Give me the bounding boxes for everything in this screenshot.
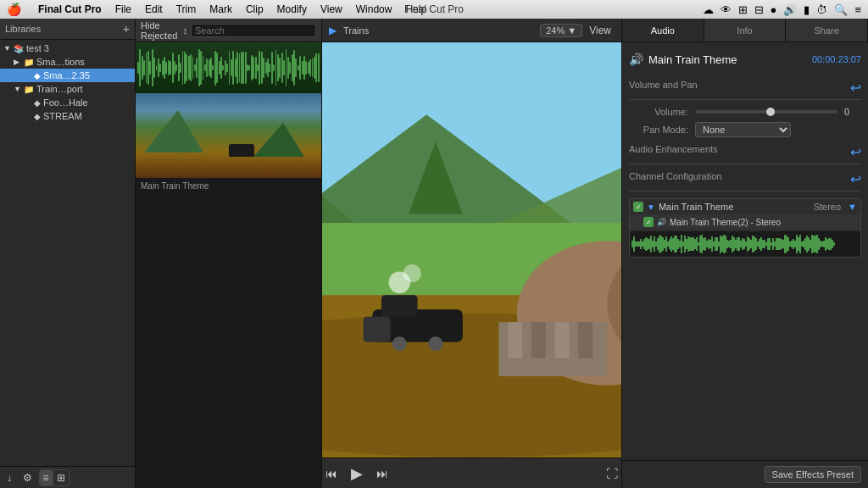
menu-trim[interactable]: Trim xyxy=(176,3,197,15)
waveform-bar xyxy=(232,51,234,85)
waveform-bar xyxy=(170,61,171,75)
thumbnail-label: Main Train Theme xyxy=(136,178,321,194)
channel-type-1: Stereo xyxy=(814,202,841,212)
volume-pan-reset[interactable]: ↩ xyxy=(850,80,861,96)
libraries-add-icon[interactable]: + xyxy=(123,22,130,36)
clock-icon: ⏱ xyxy=(816,3,827,16)
library-item-stream[interactable]: ◆ STREAM xyxy=(0,109,135,123)
svg-point-15 xyxy=(392,336,407,351)
library-item-train-port[interactable]: ▼ 📁 Train…port xyxy=(0,82,135,96)
channel-row-1[interactable]: ✓ ▼ Main Train Theme Stereo ▼ xyxy=(630,199,860,214)
waveform-bar xyxy=(159,64,161,73)
channel-checkbox-2[interactable]: ✓ xyxy=(643,217,654,227)
waveform-bar xyxy=(186,54,187,81)
channel-config-label: Channel Configuration xyxy=(629,171,721,187)
pan-mode-row: Pan Mode: None Stereo Left/Right Surroun… xyxy=(629,122,861,137)
menu-view[interactable]: View xyxy=(320,3,342,15)
search-menu-icon[interactable]: 🔍 xyxy=(834,3,848,16)
library-item-sma235[interactable]: ◆ Sma…2.35 xyxy=(0,69,135,82)
event-icon: ◆ xyxy=(34,71,41,80)
libraries-title: Libraries xyxy=(5,24,41,34)
event-icon: ◆ xyxy=(34,112,41,121)
viewer-icon: ▶ xyxy=(329,25,337,36)
disclosure-icon xyxy=(24,98,32,107)
disclosure-icon xyxy=(24,112,32,120)
go-to-start-button[interactable]: ⏮ xyxy=(322,465,341,482)
volume-row: Volume: 0 xyxy=(629,107,861,117)
fullscreen-button[interactable]: ⛶ xyxy=(603,465,621,482)
viewer-controls: ⏮ ▶ ⏭ ⛶ xyxy=(322,458,621,488)
browser-panel: Hide Rejected ↕ // Generate waveform bar… xyxy=(136,19,322,488)
waveform-bar xyxy=(273,64,275,71)
viewer-panel: ▶ Trains 24% ▼ View xyxy=(322,19,622,488)
menu-file[interactable]: File xyxy=(115,3,131,15)
train-body xyxy=(229,144,254,157)
import-button[interactable]: ↓ xyxy=(3,469,16,485)
grid-view-button[interactable]: ⊞ xyxy=(53,470,69,485)
svg-rect-22 xyxy=(531,322,546,358)
battery-icon: ▮ xyxy=(804,3,810,16)
inspector-timecode: 00:00:23:07 xyxy=(812,54,861,64)
inspector-title-row: 🔊 Main Train Theme 00:00:23:07 xyxy=(629,49,861,69)
view-menu-button[interactable]: View xyxy=(586,23,615,38)
menu-mark[interactable]: Mark xyxy=(209,3,232,15)
menu-icon[interactable]: ≡ xyxy=(854,3,861,16)
waveform-bar xyxy=(309,59,311,75)
channel-menu-icon[interactable]: ▼ xyxy=(848,202,857,212)
libraries-panel: Libraries + ▼ 📚 test 3 ▶ 📁 Sma…tions ◆ S… xyxy=(0,19,136,488)
filter-button[interactable]: ⚙ xyxy=(19,470,36,485)
tab-info[interactable]: Info xyxy=(704,19,787,42)
inspector-panel: Audio Info Share 🔊 Main Train Theme 00:0… xyxy=(622,19,868,488)
svg-rect-14 xyxy=(364,317,391,342)
viewer-zoom-controls: 24% ▼ View xyxy=(540,23,615,38)
disclosure-icon xyxy=(24,71,32,80)
menu-right-icons: ☁ 👁 ⊞ ⊟ ● 🔊 ▮ ⏱ 🔍 ≡ xyxy=(703,3,861,16)
svg-point-16 xyxy=(428,336,442,351)
menu-clip[interactable]: Clip xyxy=(246,3,264,15)
waveform-bars: // Generate waveform bars inline documen… xyxy=(136,42,321,93)
library-item-test3[interactable]: ▼ 📚 test 3 xyxy=(0,42,135,55)
play-button[interactable]: ▶ xyxy=(348,463,366,485)
speaker-icon: 🔊 xyxy=(629,53,643,66)
browser-thumbnail-area: // Generate waveform bars inline documen… xyxy=(136,42,321,488)
channel-checkbox-1[interactable]: ✓ xyxy=(633,202,643,212)
svg-point-19 xyxy=(403,264,421,282)
channel-row-2[interactable]: ✓ 🔊 Main Train Theme(2) - Stereo xyxy=(630,214,860,230)
save-effects-preset-button[interactable]: Save Effects Preset xyxy=(765,466,861,483)
inspector-clip-title: Main Train Theme xyxy=(648,53,737,66)
eye-icon: 👁 xyxy=(721,3,732,16)
disclosure-icon: ▼ xyxy=(3,44,12,53)
svg-rect-17 xyxy=(381,295,418,317)
wave-bar xyxy=(833,242,835,246)
menu-modify[interactable]: Modify xyxy=(277,3,307,15)
svg-rect-21 xyxy=(508,322,522,358)
browser-search-input[interactable] xyxy=(191,24,316,37)
menu-window[interactable]: Window xyxy=(356,3,392,15)
waveform-bar xyxy=(236,52,238,83)
library-item-sma-tions[interactable]: ▶ 📁 Sma…tions xyxy=(0,55,135,69)
tab-audio[interactable]: Audio xyxy=(622,19,704,42)
app-name-menu[interactable]: Final Cut Pro xyxy=(38,3,102,15)
go-to-end-button[interactable]: ⏭ xyxy=(373,465,392,482)
event-icon: ◆ xyxy=(34,98,41,108)
list-view-button[interactable]: ≡ xyxy=(40,470,53,485)
library-item-foo-hale[interactable]: ◆ Foo…Hale xyxy=(0,96,135,109)
disclosure-icon: ▼ xyxy=(14,85,22,93)
apple-menu-icon[interactable]: 🍎 xyxy=(7,3,21,16)
menu-edit[interactable]: Edit xyxy=(145,3,163,15)
tab-share[interactable]: Share xyxy=(786,19,868,42)
channel-config-section: Channel Configuration ↩ xyxy=(629,171,861,191)
library-icon: 📚 xyxy=(14,44,24,53)
library-item-label: Train…port xyxy=(36,84,83,94)
library-item-label: test 3 xyxy=(26,43,49,53)
waveform-bar xyxy=(180,63,181,72)
zoom-level[interactable]: 24% ▼ xyxy=(540,24,582,37)
library-item-label: Foo…Hale xyxy=(43,97,88,108)
waveform-bar xyxy=(299,56,301,80)
channel-config-reset[interactable]: ↩ xyxy=(850,171,861,187)
volume-slider[interactable] xyxy=(695,110,837,114)
waveform-bar xyxy=(206,58,208,77)
pan-mode-select[interactable]: None Stereo Left/Right Surround xyxy=(695,122,791,137)
audio-enhancements-reset[interactable]: ↩ xyxy=(850,144,861,160)
waveform-bar xyxy=(153,58,155,78)
